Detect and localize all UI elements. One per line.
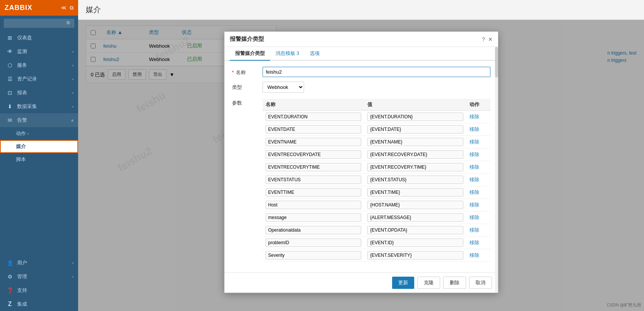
chevron-right-icon: ›	[72, 50, 74, 54]
param-row: 移除	[263, 237, 490, 249]
chevron-down-icon: ∧	[71, 118, 74, 122]
name-label: * 名称	[232, 67, 263, 76]
remove-param-button[interactable]: 移除	[469, 177, 479, 182]
sidebar-subitem-media[interactable]: 媒介	[0, 140, 78, 153]
sidebar-header: ZABBIX ≪ ⧉	[0, 0, 78, 16]
form-row-name: * 名称	[232, 67, 490, 77]
param-name-input[interactable]	[266, 150, 362, 159]
param-name-input[interactable]	[266, 138, 362, 146]
page-title: 媒介	[78, 0, 644, 20]
sidebar-item-label: 集成	[17, 301, 27, 308]
chevron-right-icon: ›	[72, 275, 74, 279]
chevron-right-icon: ›	[27, 132, 29, 136]
param-name-input[interactable]	[266, 251, 362, 259]
sidebar-item-admin[interactable]: ⚙ 管理 ›	[0, 270, 78, 284]
dialog: 报警媒介类型 ? ✕ 报警媒介类型 消息模板 3 选项	[224, 31, 498, 293]
remove-param-button[interactable]: 移除	[469, 164, 479, 170]
param-name-input[interactable]	[266, 188, 362, 197]
params-col-action: 动作	[466, 99, 490, 111]
param-name-input[interactable]	[266, 163, 362, 171]
params-col-name: 名称	[263, 99, 365, 111]
sidebar-item-service[interactable]: ⬡ 服务 ›	[0, 58, 78, 72]
param-name-input[interactable]	[266, 213, 362, 222]
sidebar-item-datacollect[interactable]: ⬇ 数据采集 ›	[0, 100, 78, 113]
sidebar-subitem-label: 脚本	[16, 156, 26, 162]
param-value-input[interactable]	[367, 238, 463, 247]
expand-icon[interactable]: ⧉	[70, 5, 74, 11]
param-value-input[interactable]	[367, 176, 463, 184]
param-value-input[interactable]	[367, 150, 463, 159]
sidebar-subitem-label: 动作	[16, 131, 26, 136]
sidebar-item-user[interactable]: 👤 用户 ›	[0, 256, 78, 270]
sidebar: ZABBIX ≪ ⧉ 🔍 ⊞ 仪表盘 👁 监测 › ⬡ 服务 › ☰ 资产记录 …	[0, 0, 78, 311]
param-row: 移除	[263, 111, 490, 123]
dialog-title-bar: 报警媒介类型 ? ✕	[224, 32, 498, 47]
param-value-input[interactable]	[367, 213, 463, 222]
remove-param-button[interactable]: 移除	[469, 126, 479, 132]
collapse-icon[interactable]: ≪	[61, 5, 67, 11]
chevron-right-icon: ›	[72, 91, 74, 95]
param-name-input[interactable]	[266, 176, 362, 184]
remove-param-button[interactable]: 移除	[469, 151, 479, 157]
sidebar-item-label: 支持	[17, 287, 27, 294]
param-name-input[interactable]	[266, 238, 362, 247]
remove-param-button[interactable]: 移除	[469, 214, 479, 220]
alert-icon: ✉	[6, 117, 14, 123]
param-value-input[interactable]	[367, 251, 463, 259]
remove-param-button[interactable]: 移除	[469, 139, 479, 145]
help-icon[interactable]: ?	[482, 36, 485, 42]
param-name-input[interactable]	[266, 226, 362, 234]
sidebar-item-report[interactable]: ⊡ 报表 ›	[0, 86, 78, 100]
delete-button[interactable]: 删除	[443, 277, 466, 289]
params-field: 名称 值 动作 移除 移除 移除 移除	[263, 97, 490, 262]
chevron-right-icon: ›	[72, 105, 74, 109]
sidebar-item-monitor[interactable]: 👁 监测 ›	[0, 45, 78, 58]
param-value-input[interactable]	[367, 138, 463, 146]
chevron-right-icon: ›	[72, 63, 74, 68]
sidebar-item-integrate[interactable]: Z 集成	[0, 297, 78, 311]
update-button[interactable]: 更新	[392, 277, 414, 289]
param-value-input[interactable]	[367, 201, 463, 209]
remove-param-button[interactable]: 移除	[469, 227, 479, 233]
dialog-body: * 名称 类型 Webhoo	[224, 61, 498, 272]
sidebar-subitem-script[interactable]: 脚本	[0, 153, 78, 166]
param-value-input[interactable]	[367, 125, 463, 134]
sidebar-item-label: 仪表盘	[17, 34, 32, 41]
param-name-input[interactable]	[266, 113, 362, 121]
tab-message-template[interactable]: 消息模板 3	[270, 47, 305, 61]
sidebar-item-label: 资产记录	[17, 76, 37, 82]
param-row: 移除	[263, 186, 490, 199]
tab-options[interactable]: 选项	[304, 47, 325, 61]
remove-param-button[interactable]: 移除	[469, 202, 479, 208]
sidebar-item-dashboard[interactable]: ⊞ 仪表盘	[0, 31, 78, 45]
param-name-input[interactable]	[266, 125, 362, 134]
type-select[interactable]: Webhook Email SMS Script	[263, 82, 304, 93]
sidebar-item-label: 用户	[17, 259, 27, 266]
close-icon[interactable]: ✕	[488, 36, 493, 42]
param-value-input[interactable]	[367, 163, 463, 171]
param-name-input[interactable]	[266, 201, 362, 209]
param-value-input[interactable]	[367, 226, 463, 234]
asset-icon: ☰	[6, 76, 14, 82]
dialog-scrollbar-thumb[interactable]	[495, 47, 498, 77]
clone-button[interactable]: 克隆	[417, 277, 440, 289]
remove-param-button[interactable]: 移除	[469, 189, 479, 195]
param-value-input[interactable]	[367, 113, 463, 121]
tab-alert-media-type[interactable]: 报警媒介类型	[230, 47, 270, 61]
sidebar-item-alert[interactable]: ✉ 告警 ∧	[0, 113, 78, 127]
sidebar-item-asset[interactable]: ☰ 资产记录 ›	[0, 72, 78, 86]
user-icon: 👤	[6, 260, 14, 266]
search-icon: 🔍	[66, 21, 72, 26]
search-input[interactable]	[4, 19, 74, 28]
sidebar-item-support[interactable]: ❓ 支持	[0, 284, 78, 297]
remove-param-button[interactable]: 移除	[469, 114, 479, 119]
params-col-value: 值	[364, 99, 466, 111]
remove-param-button[interactable]: 移除	[469, 240, 479, 245]
sidebar-subitem-actions[interactable]: 动作 ›	[0, 127, 78, 140]
param-value-input[interactable]	[367, 188, 463, 197]
name-field	[263, 67, 490, 77]
sidebar-item-label: 服务	[17, 62, 27, 69]
remove-param-button[interactable]: 移除	[469, 252, 479, 258]
cancel-button[interactable]: 取消	[469, 277, 492, 289]
name-input[interactable]	[263, 67, 490, 77]
